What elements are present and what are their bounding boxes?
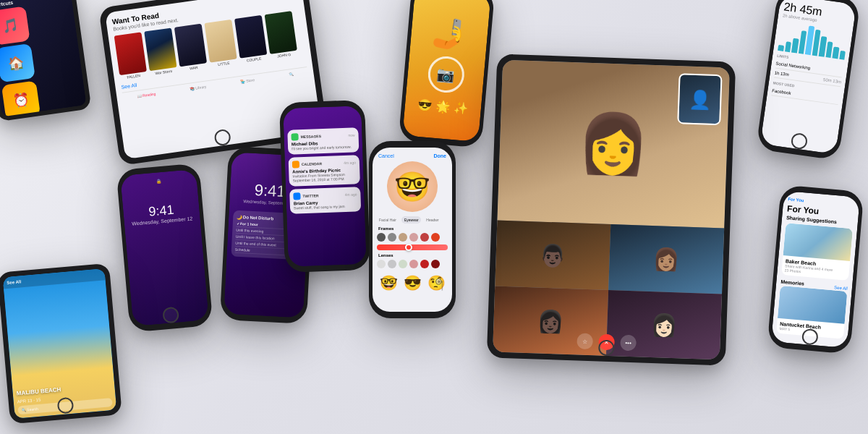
- color-orange-red[interactable]: [431, 233, 440, 242]
- facetime-star-btn[interactable]: ☆: [576, 333, 593, 349]
- notif-calendar-icon: [292, 161, 299, 168]
- book-6[interactable]: JOHN G: [265, 11, 298, 59]
- notif-calendar-time: 4m ago: [344, 160, 356, 165]
- emoji-stickers: 😎 🌟 ✨: [417, 98, 469, 116]
- frames-slider[interactable]: [377, 244, 448, 250]
- memoji-opt-3[interactable]: 🧐: [427, 274, 446, 292]
- book-cover-grisham: [265, 11, 297, 54]
- lenses-green[interactable]: [399, 260, 407, 268]
- memoji-opt-2[interactable]: 😎: [404, 274, 422, 292]
- iphone-lock: 🔒 9:41 Wednesday, September 12: [116, 163, 213, 332]
- notif-calendar[interactable]: CALENDAR 4m ago Annie's Birthday Picnic …: [289, 155, 360, 186]
- color-gray[interactable]: [388, 233, 396, 242]
- book-4[interactable]: LITTLE: [204, 20, 237, 68]
- shortcuts-item-1[interactable]: 🎵: [0, 6, 30, 45]
- facetime-sub-2: 👩🏽: [608, 224, 724, 294]
- photos-baker-img: [783, 223, 854, 261]
- book-label-couple: COUPLE: [246, 56, 261, 63]
- notif-messages-icon: [291, 133, 298, 140]
- lock-status: 🔒: [156, 178, 162, 184]
- color-dark-gray[interactable]: [377, 233, 386, 242]
- memoji-lenses-label: Lenses: [373, 253, 452, 260]
- notif-calendar-text: Invitation From Sineeta Simpson Septembe…: [292, 171, 356, 182]
- color-pink[interactable]: [409, 233, 418, 242]
- book-2[interactable]: War Storm: [144, 27, 177, 76]
- iphone-screentime: 2h 45m 2h above average LIMITS Social: [756, 0, 861, 161]
- slider-thumb[interactable]: [405, 244, 412, 251]
- memoji-topbar: Cancel Done: [373, 148, 452, 161]
- lenses-clear[interactable]: [377, 260, 386, 268]
- shortcuts-content: shortcuts 🎵 🏠 ⏰: [0, 0, 87, 116]
- photos-memories-title: Memories: [780, 279, 804, 286]
- bar-9: [832, 47, 839, 59]
- book-1[interactable]: FALLEN: [114, 32, 148, 80]
- book-3[interactable]: WAR: [174, 24, 208, 72]
- beach-content: See All MALIBU BEACH APR 13 - 15 🔍 Searc…: [3, 268, 117, 419]
- books-tab-reading[interactable]: 📖 Reading: [137, 91, 156, 98]
- camera-area: 🤳 📷 😎 🌟 ✨: [417, 14, 476, 116]
- book-cover-fallen: [114, 32, 147, 75]
- lenses-light[interactable]: [388, 260, 396, 268]
- notif-twitter-header: TWITTER 4m ago: [293, 190, 357, 200]
- lenses-maroon[interactable]: [431, 260, 440, 268]
- iphone-memoji-notch: [398, 141, 427, 145]
- lenses-red[interactable]: [409, 260, 418, 268]
- selfie-emoji: 🤳: [430, 15, 469, 52]
- memoji-cancel-btn[interactable]: Cancel: [378, 153, 394, 158]
- ipad-shortcuts: shortcuts 🎵 🏠 ⏰: [0, 0, 92, 122]
- facetime-content: 👩 👨🏿 👩🏽 👩🏿 👩🏻 👤 ☆ ✕ •••: [493, 60, 730, 360]
- beach-see-all[interactable]: See All: [3, 268, 106, 289]
- notif-calendar-app: CALENDAR: [302, 161, 344, 166]
- iphone-memoji-screen: Cancel Done 🤓 Facial Hair Eyewear Headwr…: [373, 148, 452, 312]
- screentime-time-label: 1h 13m: [774, 71, 789, 77]
- photos-memories-see-all[interactable]: See All: [834, 285, 848, 291]
- screentime-facebook: Facebook: [772, 88, 791, 95]
- iphone-messages: MESSAGES now Michael Dibs I'll see you b…: [279, 100, 370, 273]
- ipad-facetime-screen: 👩 👨🏿 👩🏽 👩🏿 👩🏻 👤 ☆ ✕ •••: [493, 60, 730, 360]
- camera-shutter[interactable]: 📷: [426, 55, 465, 94]
- memoji-opt-1[interactable]: 🤓: [380, 274, 398, 292]
- color-tan[interactable]: [399, 233, 407, 242]
- iphone-photos: For You For You Sharing Suggestions Bake…: [767, 184, 864, 354]
- bar-1: [778, 45, 784, 51]
- book-5[interactable]: COUPLE: [234, 15, 268, 64]
- book-cover-little: [204, 20, 237, 63]
- memoji-tab-headwear[interactable]: Headwr: [423, 216, 441, 224]
- photos-tab-foryou[interactable]: For You: [788, 197, 804, 203]
- shortcuts-item-3[interactable]: ⏰: [1, 80, 41, 116]
- notif-twitter-icon: [293, 192, 300, 200]
- books-tab-library[interactable]: 📚 Library: [190, 85, 206, 91]
- notif-messages-app: MESSAGES: [300, 133, 348, 139]
- photos-tabs: For You: [788, 197, 804, 203]
- shortcuts-item-2[interactable]: 🏠: [0, 43, 35, 82]
- screentime-time-val: 50m 13m: [823, 77, 842, 84]
- iphone-photo-top-screen: 🤳 📷 😎 🌟 ✨: [402, 0, 490, 142]
- memoji-tab-eyewear[interactable]: Eyewear: [401, 216, 421, 224]
- ipad-shortcuts-screen: shortcuts 🎵 🏠 ⏰: [0, 0, 87, 116]
- book-label-little: LITTLE: [218, 61, 230, 67]
- facetime-more-btn[interactable]: •••: [620, 335, 637, 352]
- ipad-beach-screen: See All MALIBU BEACH APR 13 - 15 🔍 Searc…: [3, 268, 117, 419]
- color-red[interactable]: [420, 233, 429, 242]
- memoji-tabs: Facial Hair Eyewear Headwr: [373, 216, 452, 224]
- lenses-dark-red[interactable]: [420, 260, 429, 268]
- book-cover-storm: [144, 27, 176, 71]
- books-tab-store[interactable]: 🏪 Store: [240, 77, 255, 84]
- notif-twitter[interactable]: TWITTER 4m ago Brian Carey Sweet stuff, …: [289, 187, 361, 213]
- memoji-options: 🤓 😎 🧐: [373, 271, 452, 294]
- notif-messages-time: now: [348, 133, 354, 137]
- messages-content: MESSAGES now Michael Dibs I'll see you b…: [283, 106, 367, 267]
- notif-calendar-header: CALENDAR 4m ago: [292, 158, 356, 168]
- memoji-avatar: 🤓: [387, 161, 438, 212]
- notif-messages[interactable]: MESSAGES now Michael Dibs I'll see you b…: [287, 127, 359, 154]
- memoji-done-btn[interactable]: Done: [434, 153, 447, 158]
- facetime-thumbnail: 👤: [677, 73, 722, 125]
- photos-baker-beach-card[interactable]: Baker Beach Share with Karina and 4 more…: [781, 223, 853, 281]
- photos-content: For You For You Sharing Suggestions Bake…: [771, 191, 860, 348]
- books-tab-search[interactable]: 🔍: [289, 72, 294, 77]
- iphone-messages-screen: MESSAGES now Michael Dibs I'll see you b…: [283, 106, 367, 267]
- memoji-tab-facial[interactable]: Facial Hair: [376, 216, 399, 224]
- screentime-bars: [778, 22, 848, 60]
- ipad-beach: See All MALIBU BEACH APR 13 - 15 🔍 Searc…: [0, 263, 122, 425]
- iphone-screentime-screen: 2h 45m 2h above average LIMITS Social: [760, 0, 856, 154]
